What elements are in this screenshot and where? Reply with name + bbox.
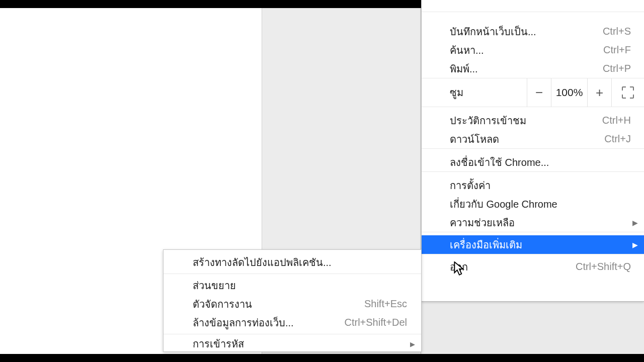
submenu-item-create-shortcut[interactable]: สร้างทางลัดไปยังแอปพลิเคชัน... xyxy=(164,253,421,272)
menu-item-find[interactable]: ค้นหา... Ctrl+F xyxy=(422,41,644,59)
fullscreen-icon xyxy=(622,86,634,99)
submenu-caret-icon: ▶ xyxy=(410,340,415,348)
more-tools-submenu: สร้างทางลัดไปยังแอปพลิเคชัน... ส่วนขยาย … xyxy=(163,249,422,352)
menu-label: ลงชื่อเข้าใช้ Chrome... xyxy=(450,154,549,170)
menu-shortcut: Ctrl+P xyxy=(603,63,631,74)
menu-label: เกี่ยวกับ Google Chrome xyxy=(450,196,557,212)
menu-zoom-row: ซูม − 100% + xyxy=(422,78,644,107)
menu-label: ดาวน์โหลด xyxy=(450,131,499,147)
submenu-item-extensions[interactable]: ส่วนขยาย xyxy=(164,276,421,295)
menu-item-more-tools[interactable]: เครื่องมือเพิ่มเติม ▶ xyxy=(422,235,644,254)
menu-label: ค้นหา... xyxy=(450,42,484,58)
menu-label: การเข้ารหัส xyxy=(193,336,244,352)
menu-shortcut: Ctrl+Shift+Del xyxy=(345,317,408,328)
window-bottom-bar xyxy=(0,354,644,362)
menu-label: สร้างทางลัดไปยังแอปพลิเคชัน... xyxy=(193,254,332,270)
menu-label: การตั้งค่า xyxy=(450,177,491,194)
zoom-label: ซูม xyxy=(422,78,527,107)
menu-label: พิมพ์... xyxy=(450,61,478,77)
menu-item-downloads[interactable]: ดาวน์โหลด Ctrl+J xyxy=(422,130,644,148)
menu-item-settings[interactable]: การตั้งค่า xyxy=(422,176,644,195)
zoom-value: 100% xyxy=(551,78,588,107)
menu-label: บันทึกหน้าเว็บเป็น... xyxy=(450,24,536,40)
menu-item-save-page-as[interactable]: บันทึกหน้าเว็บเป็น... Ctrl+S xyxy=(422,22,644,41)
fullscreen-button[interactable] xyxy=(612,78,644,107)
menu-item-exit[interactable]: ออก Ctrl+Shift+Q xyxy=(422,257,644,276)
menu-shortcut: Shift+Esc xyxy=(364,298,407,310)
menu-item-signin-chrome[interactable]: ลงชื่อเข้าใช้ Chrome... xyxy=(422,153,644,171)
menu-item-help[interactable]: ความช่วยเหลือ ▶ xyxy=(422,213,644,232)
menu-shortcut: Ctrl+F xyxy=(603,44,631,56)
submenu-item-clear-browsing-data[interactable]: ล้างข้อมูลการท่องเว็บ... Ctrl+Shift+Del xyxy=(164,313,421,332)
menu-label: ล้างข้อมูลการท่องเว็บ... xyxy=(193,315,294,331)
menu-shortcut: Ctrl+Shift+Q xyxy=(576,261,631,273)
zoom-in-button[interactable]: + xyxy=(588,78,612,107)
menu-item-history[interactable]: ประวัติการเข้าชม Ctrl+H xyxy=(422,111,644,130)
zoom-out-button[interactable]: − xyxy=(527,78,551,107)
menu-item-print[interactable]: พิมพ์... Ctrl+P xyxy=(422,59,644,78)
submenu-caret-icon: ▶ xyxy=(632,241,638,249)
menu-shortcut: Ctrl+H xyxy=(602,115,631,126)
menu-label: ส่วนขยาย xyxy=(193,278,236,294)
chrome-main-menu: บันทึกหน้าเว็บเป็น... Ctrl+S ค้นหา... Ct… xyxy=(421,0,644,302)
menu-label: ตัวจัดการงาน xyxy=(193,296,252,312)
menu-shortcut: Ctrl+S xyxy=(603,26,631,37)
menu-item-about-chrome[interactable]: เกี่ยวกับ Google Chrome xyxy=(422,195,644,213)
submenu-item-task-manager[interactable]: ตัวจัดการงาน Shift+Esc xyxy=(164,295,421,313)
menu-shortcut: Ctrl+J xyxy=(604,133,631,145)
menu-label: ประวัติการเข้าชม xyxy=(450,113,526,129)
menu-label: ความช่วยเหลือ xyxy=(450,215,515,231)
menu-label: ออก xyxy=(450,259,468,275)
menu-label: เครื่องมือเพิ่มเติม xyxy=(450,237,522,253)
submenu-caret-icon: ▶ xyxy=(632,219,638,227)
submenu-item-encoding[interactable]: การเข้ารหัส ▶ xyxy=(164,336,421,351)
